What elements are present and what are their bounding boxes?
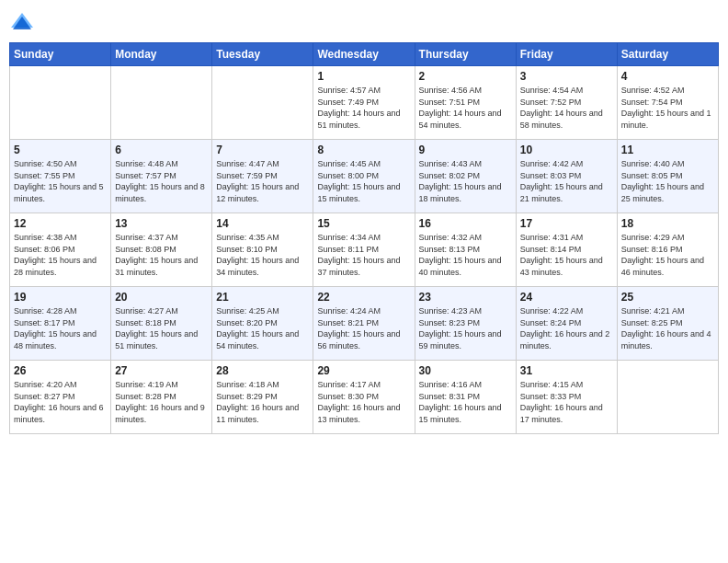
- day-header-wednesday: Wednesday: [313, 43, 415, 66]
- calendar-week-row: 26Sunrise: 4:20 AM Sunset: 8:27 PM Dayli…: [10, 361, 719, 434]
- day-number: 25: [621, 291, 714, 304]
- day-info: Sunrise: 4:28 AM Sunset: 8:17 PM Dayligh…: [14, 305, 107, 351]
- page: SundayMondayTuesdayWednesdayThursdayFrid…: [0, 0, 728, 563]
- day-number: 14: [216, 217, 309, 230]
- day-number: 31: [520, 364, 613, 377]
- day-info: Sunrise: 4:42 AM Sunset: 8:03 PM Dayligh…: [520, 158, 613, 204]
- day-number: 3: [520, 70, 613, 83]
- day-info: Sunrise: 4:19 AM Sunset: 8:28 PM Dayligh…: [115, 379, 208, 425]
- day-number: 5: [14, 144, 107, 156]
- day-info: Sunrise: 4:15 AM Sunset: 8:33 PM Dayligh…: [520, 379, 613, 425]
- calendar-week-row: 1Sunrise: 4:57 AM Sunset: 7:49 PM Daylig…: [10, 66, 719, 140]
- calendar-cell: 28Sunrise: 4:18 AM Sunset: 8:29 PM Dayli…: [212, 361, 313, 434]
- day-info: Sunrise: 4:40 AM Sunset: 8:05 PM Dayligh…: [621, 158, 714, 204]
- calendar-cell: 11Sunrise: 4:40 AM Sunset: 8:05 PM Dayli…: [617, 140, 718, 213]
- day-number: 13: [115, 217, 208, 230]
- calendar-cell: 30Sunrise: 4:16 AM Sunset: 8:31 PM Dayli…: [415, 361, 516, 434]
- calendar-week-row: 19Sunrise: 4:28 AM Sunset: 8:17 PM Dayli…: [10, 287, 719, 361]
- calendar-cell: 10Sunrise: 4:42 AM Sunset: 8:03 PM Dayli…: [516, 140, 617, 213]
- day-header-friday: Friday: [516, 43, 617, 66]
- calendar-cell: 25Sunrise: 4:21 AM Sunset: 8:25 PM Dayli…: [617, 287, 718, 361]
- day-number: 24: [520, 291, 613, 304]
- calendar-week-row: 5Sunrise: 4:50 AM Sunset: 7:55 PM Daylig…: [10, 140, 719, 213]
- calendar-cell: [10, 66, 111, 140]
- calendar-cell: 24Sunrise: 4:22 AM Sunset: 8:24 PM Dayli…: [516, 287, 617, 361]
- logo: [9, 9, 39, 35]
- day-header-monday: Monday: [111, 43, 212, 66]
- header: [9, 9, 719, 35]
- day-number: 20: [115, 291, 208, 304]
- calendar-cell: 19Sunrise: 4:28 AM Sunset: 8:17 PM Dayli…: [10, 287, 111, 361]
- day-info: Sunrise: 4:47 AM Sunset: 7:59 PM Dayligh…: [216, 158, 309, 204]
- day-info: Sunrise: 4:25 AM Sunset: 8:20 PM Dayligh…: [216, 305, 309, 351]
- calendar-cell: 12Sunrise: 4:38 AM Sunset: 8:06 PM Dayli…: [10, 213, 111, 287]
- day-number: 6: [115, 144, 208, 156]
- day-number: 28: [216, 364, 309, 377]
- day-number: 17: [520, 217, 613, 230]
- calendar-cell: 14Sunrise: 4:35 AM Sunset: 8:10 PM Dayli…: [212, 213, 313, 287]
- day-info: Sunrise: 4:31 AM Sunset: 8:14 PM Dayligh…: [520, 232, 613, 278]
- calendar-cell: 2Sunrise: 4:56 AM Sunset: 7:51 PM Daylig…: [415, 66, 516, 140]
- calendar-cell: 23Sunrise: 4:23 AM Sunset: 8:23 PM Dayli…: [415, 287, 516, 361]
- calendar-cell: 15Sunrise: 4:34 AM Sunset: 8:11 PM Dayli…: [313, 213, 415, 287]
- calendar-cell: 5Sunrise: 4:50 AM Sunset: 7:55 PM Daylig…: [10, 140, 111, 213]
- calendar-cell: 6Sunrise: 4:48 AM Sunset: 7:57 PM Daylig…: [111, 140, 212, 213]
- calendar-cell: [617, 361, 718, 434]
- day-info: Sunrise: 4:37 AM Sunset: 8:08 PM Dayligh…: [115, 232, 208, 278]
- day-number: 7: [216, 144, 309, 156]
- calendar-table: SundayMondayTuesdayWednesdayThursdayFrid…: [9, 42, 719, 434]
- day-header-thursday: Thursday: [415, 43, 516, 66]
- calendar-cell: 7Sunrise: 4:47 AM Sunset: 7:59 PM Daylig…: [212, 140, 313, 213]
- day-info: Sunrise: 4:29 AM Sunset: 8:16 PM Dayligh…: [621, 232, 714, 278]
- calendar-cell: 8Sunrise: 4:45 AM Sunset: 8:00 PM Daylig…: [313, 140, 415, 213]
- day-info: Sunrise: 4:50 AM Sunset: 7:55 PM Dayligh…: [14, 158, 107, 204]
- day-info: Sunrise: 4:18 AM Sunset: 8:29 PM Dayligh…: [216, 379, 309, 425]
- day-info: Sunrise: 4:23 AM Sunset: 8:23 PM Dayligh…: [419, 305, 512, 351]
- day-number: 22: [317, 291, 410, 304]
- day-number: 10: [520, 144, 613, 156]
- calendar-body: 1Sunrise: 4:57 AM Sunset: 7:49 PM Daylig…: [10, 66, 719, 434]
- day-number: 11: [621, 144, 714, 156]
- day-info: Sunrise: 4:21 AM Sunset: 8:25 PM Dayligh…: [621, 305, 714, 351]
- day-info: Sunrise: 4:57 AM Sunset: 7:49 PM Dayligh…: [317, 85, 410, 131]
- day-number: 9: [419, 144, 512, 156]
- day-info: Sunrise: 4:22 AM Sunset: 8:24 PM Dayligh…: [520, 305, 613, 351]
- calendar-header-row: SundayMondayTuesdayWednesdayThursdayFrid…: [10, 43, 719, 66]
- calendar-cell: 18Sunrise: 4:29 AM Sunset: 8:16 PM Dayli…: [617, 213, 718, 287]
- day-number: 8: [317, 144, 410, 156]
- day-number: 23: [419, 291, 512, 304]
- calendar-week-row: 12Sunrise: 4:38 AM Sunset: 8:06 PM Dayli…: [10, 213, 719, 287]
- calendar-cell: 27Sunrise: 4:19 AM Sunset: 8:28 PM Dayli…: [111, 361, 212, 434]
- day-info: Sunrise: 4:35 AM Sunset: 8:10 PM Dayligh…: [216, 232, 309, 278]
- day-info: Sunrise: 4:24 AM Sunset: 8:21 PM Dayligh…: [317, 305, 410, 351]
- day-info: Sunrise: 4:17 AM Sunset: 8:30 PM Dayligh…: [317, 379, 410, 425]
- calendar-cell: 1Sunrise: 4:57 AM Sunset: 7:49 PM Daylig…: [313, 66, 415, 140]
- day-info: Sunrise: 4:38 AM Sunset: 8:06 PM Dayligh…: [14, 232, 107, 278]
- day-header-saturday: Saturday: [617, 43, 718, 66]
- calendar-cell: [212, 66, 313, 140]
- calendar-cell: 22Sunrise: 4:24 AM Sunset: 8:21 PM Dayli…: [313, 287, 415, 361]
- day-info: Sunrise: 4:16 AM Sunset: 8:31 PM Dayligh…: [419, 379, 512, 425]
- logo-icon: [9, 9, 35, 35]
- day-info: Sunrise: 4:34 AM Sunset: 8:11 PM Dayligh…: [317, 232, 410, 278]
- calendar-cell: 4Sunrise: 4:52 AM Sunset: 7:54 PM Daylig…: [617, 66, 718, 140]
- calendar-cell: [111, 66, 212, 140]
- day-number: 29: [317, 364, 410, 377]
- day-info: Sunrise: 4:45 AM Sunset: 8:00 PM Dayligh…: [317, 158, 410, 204]
- day-info: Sunrise: 4:56 AM Sunset: 7:51 PM Dayligh…: [419, 85, 512, 131]
- day-number: 19: [14, 291, 107, 304]
- day-header-sunday: Sunday: [10, 43, 111, 66]
- day-number: 12: [14, 217, 107, 230]
- day-number: 18: [621, 217, 714, 230]
- day-info: Sunrise: 4:48 AM Sunset: 7:57 PM Dayligh…: [115, 158, 208, 204]
- day-info: Sunrise: 4:52 AM Sunset: 7:54 PM Dayligh…: [621, 85, 714, 131]
- calendar-cell: 13Sunrise: 4:37 AM Sunset: 8:08 PM Dayli…: [111, 213, 212, 287]
- day-info: Sunrise: 4:54 AM Sunset: 7:52 PM Dayligh…: [520, 85, 613, 131]
- day-number: 4: [621, 70, 714, 83]
- calendar-cell: 31Sunrise: 4:15 AM Sunset: 8:33 PM Dayli…: [516, 361, 617, 434]
- day-info: Sunrise: 4:20 AM Sunset: 8:27 PM Dayligh…: [14, 379, 107, 425]
- day-number: 15: [317, 217, 410, 230]
- calendar-cell: 20Sunrise: 4:27 AM Sunset: 8:18 PM Dayli…: [111, 287, 212, 361]
- calendar-cell: 9Sunrise: 4:43 AM Sunset: 8:02 PM Daylig…: [415, 140, 516, 213]
- day-info: Sunrise: 4:32 AM Sunset: 8:13 PM Dayligh…: [419, 232, 512, 278]
